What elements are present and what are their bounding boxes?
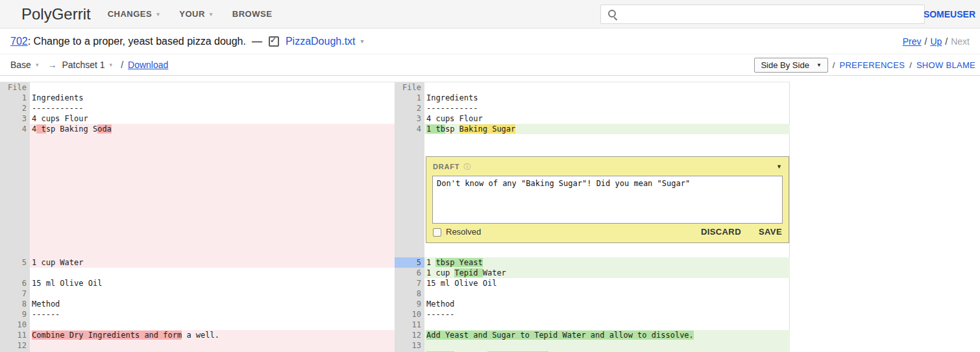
diff-row: 1011 <box>0 320 789 330</box>
diff-row: 9------10------ <box>0 309 789 320</box>
preferences-button[interactable]: PREFERENCES <box>839 60 905 70</box>
line-number-cell[interactable]: 11 <box>0 330 30 340</box>
comment-textarea[interactable]: Don't know of any "Baking Sugar"! Did yo… <box>432 176 783 224</box>
menu-changes[interactable]: CHANGES ▾ <box>108 9 160 19</box>
discard-button[interactable]: DISCARD <box>701 227 741 237</box>
diff-row: 2-----------2----------- <box>0 103 789 113</box>
code-segment: ----------- <box>426 104 478 113</box>
code-line <box>30 320 395 330</box>
file-dropdown-icon[interactable]: ▾ <box>361 38 364 45</box>
code-segment: 1 tb <box>426 124 445 134</box>
code-segment: Ingredients <box>426 93 478 102</box>
line-number-cell[interactable]: 1 <box>395 93 424 103</box>
line-number-cell[interactable]: 4 <box>0 124 30 134</box>
save-button[interactable]: SAVE <box>759 227 782 237</box>
prev-file-link[interactable]: Prev <box>903 36 922 47</box>
diff-row: 61 cup Tepid Water <box>0 268 789 278</box>
info-icon: ⓘ <box>463 161 471 172</box>
code-segment: Tepid <box>454 268 482 277</box>
line-number-cell[interactable]: 7 <box>0 288 30 299</box>
code-line: 1 tbsp Yeast <box>424 257 790 268</box>
code-segment: sp <box>445 124 459 134</box>
diff-row: 1Ingredients1Ingredients <box>0 93 789 103</box>
line-number-cell[interactable]: 13 <box>395 340 424 351</box>
line-number-cell[interactable] <box>395 134 424 257</box>
nav-separator: / <box>945 36 948 47</box>
line-number-cell[interactable] <box>0 134 30 257</box>
file-header-cell[interactable]: File <box>395 82 424 93</box>
diff-row: FileFile <box>0 82 789 93</box>
code-segment: sp Baking S <box>46 124 97 134</box>
line-number-cell[interactable]: 9 <box>0 309 30 320</box>
code-line <box>30 288 395 299</box>
code-line: 4 tsp Baking Soda <box>30 124 395 134</box>
line-number-cell[interactable]: 6 <box>0 278 30 288</box>
resolved-checkbox[interactable] <box>433 228 441 237</box>
comment-actions: DISCARD SAVE <box>701 227 782 237</box>
line-number-cell[interactable]: 9 <box>395 299 424 309</box>
line-number-cell[interactable] <box>0 268 30 278</box>
line-number-cell[interactable]: 10 <box>0 320 30 330</box>
draft-comment-footer: Resolved DISCARD SAVE <box>426 227 789 242</box>
menu-your[interactable]: YOUR ▾ <box>179 9 213 19</box>
code-line <box>30 268 395 278</box>
line-number-cell[interactable]: 12 <box>0 340 30 351</box>
up-link[interactable]: Up <box>930 36 942 47</box>
line-number-cell[interactable]: 3 <box>0 113 30 124</box>
line-number-cell[interactable]: 10 <box>395 309 424 320</box>
line-number-cell[interactable]: 6 <box>395 268 424 278</box>
file-name-link[interactable]: PizzaDough.txt <box>286 36 356 47</box>
code-line <box>424 340 790 351</box>
code-line: Ingredients <box>30 93 395 103</box>
menu-browse-label: BROWSE <box>232 9 273 19</box>
download-link[interactable]: Download <box>128 60 168 70</box>
change-number-link[interactable]: 702 <box>10 36 28 47</box>
line-number-cell[interactable]: 1 <box>0 93 30 103</box>
search-icon <box>607 9 619 20</box>
main-menu: CHANGES ▾ YOUR ▾ BROWSE <box>108 9 273 19</box>
diff-row: 44 tsp Baking Soda41 tbsp Baking Sugar <box>0 124 789 134</box>
search-input[interactable] <box>624 9 924 19</box>
file-header-cell[interactable]: File <box>0 82 30 93</box>
menu-browse[interactable]: BROWSE <box>232 9 273 19</box>
code-segment: ------ <box>426 310 454 319</box>
code-segment: a well. <box>182 331 219 340</box>
draft-comment-header: DRAFT ⓘ ▼ <box>426 157 789 174</box>
line-number-cell[interactable]: 12 <box>395 330 424 340</box>
code-segment: Ingredients <box>32 93 83 102</box>
code-line <box>424 320 790 330</box>
line-number-cell[interactable]: 5 <box>395 257 424 268</box>
code-line: 1 cup Water <box>30 257 395 268</box>
code-segment: 4 cups Flour <box>426 114 483 123</box>
line-number-cell[interactable]: 8 <box>0 299 30 309</box>
diff-view-mode-select[interactable]: Side By Side ▼ <box>754 58 827 73</box>
line-number-cell[interactable]: 2 <box>0 103 30 113</box>
code-line: Combine Dry Ingredients and form a well. <box>30 330 395 340</box>
account-name[interactable]: SOMEUSER <box>924 9 975 19</box>
menu-your-label: YOUR <box>179 9 205 19</box>
code-segment: 1 cup Water <box>32 258 83 267</box>
collapse-comment-icon[interactable]: ▼ <box>776 161 782 172</box>
diff-row: 51 cup Water51 tbsp Yeast <box>0 257 789 268</box>
line-number-cell[interactable]: 3 <box>395 113 424 124</box>
menu-changes-label: CHANGES <box>108 9 153 19</box>
toolbar-separator: / <box>833 60 835 70</box>
line-number-cell[interactable]: 11 <box>395 320 424 330</box>
code-line: Ingredients <box>424 93 790 103</box>
reviewed-checkbox[interactable] <box>269 36 279 47</box>
code-segment: ------ <box>32 310 60 319</box>
line-number-cell[interactable]: 5 <box>0 257 30 268</box>
line-number-cell[interactable]: 8 <box>395 288 424 299</box>
line-number-cell[interactable]: 4 <box>395 124 424 134</box>
code-segment: Method <box>426 299 454 309</box>
code-line: Add Yeast and Sugar to Tepid Water and a… <box>424 330 790 340</box>
patchset-select[interactable]: Patchset 1 <box>62 60 104 70</box>
show-blame-button[interactable]: SHOW BLAME <box>916 60 975 70</box>
title-separator: — <box>252 36 262 47</box>
app-logo[interactable]: PolyGerrit <box>21 5 91 23</box>
line-number-cell[interactable]: 2 <box>395 103 424 113</box>
code-line: 1 cup Tepid Water <box>424 268 790 278</box>
diff-row: DRAFT ⓘ ▼ Don't know of any "Baking Suga… <box>0 134 789 257</box>
base-patchset-select[interactable]: Base <box>10 60 31 70</box>
line-number-cell[interactable]: 7 <box>395 278 424 288</box>
